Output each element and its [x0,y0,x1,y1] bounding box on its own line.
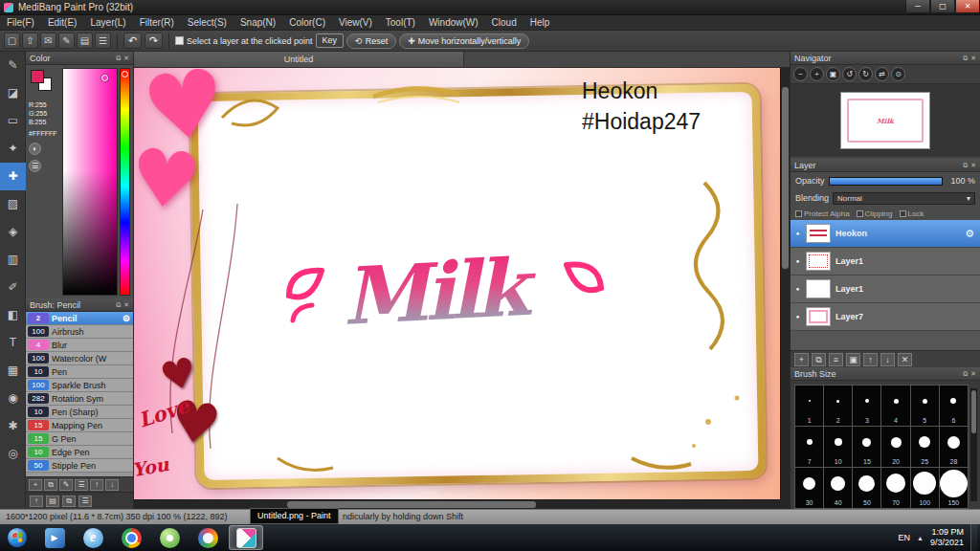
document-tab[interactable]: Untitled [134,52,464,67]
duplicate-layer-icon[interactable]: ⧉ [812,353,826,366]
blending-select[interactable]: Normal ▾ [833,192,975,205]
brush-size-option-70[interactable]: 70 [881,468,909,508]
brush-item-airbrush[interactable]: 100Airbrush [26,325,133,339]
select-pen-tool[interactable]: ✐ [0,274,26,301]
menu-item-snap[interactable]: Snap(N) [234,15,282,31]
minimize-button[interactable]: ─ [905,0,930,13]
select-tool[interactable]: ▭ [0,107,26,135]
close-icon[interactable]: ✕ [123,301,129,309]
taskbar-app-paint-app[interactable] [190,525,225,550]
taskbar-app-coccoc-browser[interactable] [152,525,187,550]
magic-wand-tool[interactable]: ✦ [0,135,26,163]
eyedropper-tool[interactable]: ◉ [0,385,26,412]
text-tool[interactable]: T [0,329,26,357]
menu-item-view[interactable]: View(V) [332,15,379,31]
brush-size-option-6[interactable]: 6 [940,386,968,426]
menu-item-window[interactable]: Window(W) [422,15,485,31]
redo-button[interactable]: ↷ [145,33,163,49]
flip-button[interactable]: ⇄ [875,67,889,81]
brush-item-edge-pen[interactable]: 10Edge Pen [26,446,133,459]
menu-item-select[interactable]: Select(S) [181,15,234,31]
maximize-button[interactable]: ▢ [930,0,955,13]
layer-visibility-dot[interactable]: ● [794,314,801,320]
layer-settings-icon[interactable]: ⚙ [965,228,974,240]
reset-view-button[interactable]: ⊙ [891,67,905,81]
brush-size-option-20[interactable]: 20 [881,427,909,467]
canvas-vertical-scrollbar[interactable] [780,68,790,499]
layer-visibility-dot[interactable]: ● [794,231,801,236]
menu-item-help[interactable]: Help [523,15,557,31]
zoom-in-button[interactable]: + [810,67,824,81]
layer-checkbox-protect-alpha[interactable]: Protect Alpha [795,209,850,218]
menu-item-cloud[interactable]: Cloud [485,15,523,31]
brush-menu-icon[interactable]: ☰ [75,479,88,491]
select-layer-checkbox[interactable] [175,36,184,45]
eraser-tool[interactable]: ◪ [0,79,26,107]
menu-item-layer[interactable]: Layer(L) [83,15,132,31]
popout-icon[interactable]: ⧉ [116,301,121,309]
brush-up-icon[interactable]: ↑ [90,479,103,491]
layer-visibility-dot[interactable]: ● [794,286,801,292]
menu-item-edit[interactable]: Edit(E) [41,15,84,31]
layer-item-heokon[interactable]: ●Heokon⚙ [791,220,980,248]
edit-brush-icon[interactable]: ✎ [59,479,73,491]
brush-size-option-30[interactable]: 30 [795,468,823,508]
key-chip[interactable]: Key [316,33,345,48]
pages-icon[interactable]: ⧉ [62,496,76,507]
opacity-slider[interactable] [829,177,943,186]
brush-size-option-40[interactable]: 40 [824,468,852,508]
panels-icon[interactable]: ☰ [95,33,111,49]
select-eraser-tool[interactable]: ◧ [0,301,26,329]
menu-item-tool[interactable]: Tool(T) [379,15,422,31]
close-icon[interactable]: ✕ [970,370,976,378]
brush-item-g-pen[interactable]: 15G Pen [26,432,133,446]
brush-size-scrollbar[interactable] [970,388,977,501]
brush-size-option-25[interactable]: 25 [911,427,939,467]
export-icon[interactable]: ⇧ [22,33,38,49]
brush-item-blur[interactable]: 4Blur [26,339,133,352]
brush-item-mapping-pen[interactable]: 15Mapping Pen [26,419,133,432]
layer-checkbox-clipping[interactable]: Clipping [857,209,893,218]
fit-window-button[interactable]: ▣ [826,67,840,81]
popout-icon[interactable]: ⧉ [963,55,968,62]
canvas-stage[interactable]: ♥ ♥ ♥ ♥ Milk Love You Heokon #Hoidap247 [134,68,780,499]
hue-cursor[interactable] [122,71,128,77]
pen-tool[interactable]: ✎ [0,52,26,79]
brush-item-watercolor-w[interactable]: 100Watercolor (W [26,352,133,365]
brush-size-option-3[interactable]: 3 [853,386,880,426]
color-sliders-icon[interactable]: ☰ [29,160,41,172]
brush-item-pen-sharp[interactable]: 10Pen (Sharp) [26,406,133,419]
brush-size-option-1[interactable]: 1 [795,386,823,426]
close-icon[interactable]: ✕ [970,162,976,169]
layer-item-layer7[interactable]: ●Layer7 [791,303,980,331]
move-mode-button[interactable]: ✚ Move horizontally/vertically [399,33,529,49]
popout-icon[interactable]: ⧉ [963,370,968,378]
merge-layer-icon[interactable]: ≡ [829,353,843,366]
pages-icon[interactable]: ▤ [77,33,93,49]
brush-size-option-100[interactable]: 100 [911,468,939,508]
navigator-thumbnail[interactable]: Milk [840,92,930,149]
brush-size-option-50[interactable]: 50 [853,468,880,508]
taskbar-app-internet-explorer[interactable]: e [76,525,110,550]
brush-item-pencil[interactable]: 2Pencil⚙ [26,312,133,325]
dock-menu-icon[interactable]: ☰ [78,496,92,507]
scrollbar-thumb[interactable] [287,501,536,508]
comment-icon[interactable]: ✉ [40,33,56,49]
scrollbar-thumb[interactable] [971,390,976,433]
rotate-left-button[interactable]: ↺ [842,67,857,81]
brush-size-option-28[interactable]: 28 [940,427,968,467]
brush-size-option-15[interactable]: 15 [853,427,880,467]
layer-visibility-dot[interactable]: ● [794,258,801,264]
brush-size-option-4[interactable]: 4 [881,386,909,426]
brush-item-stipple-pen[interactable]: 50Stipple Pen [26,459,133,473]
saturation-value-picker[interactable] [62,68,118,296]
reset-button[interactable]: ⟲ Reset [346,33,396,49]
add-layer-icon[interactable]: + [794,353,809,366]
brush-size-option-10[interactable]: 10 [824,427,852,467]
duplicate-brush-icon[interactable]: ⧉ [44,479,57,491]
menu-item-file[interactable]: File(F) [0,15,41,31]
brush-item-rotation-sym[interactable]: 282Rotation Sym [26,392,133,406]
menu-item-color[interactable]: Color(C) [282,15,332,31]
undo-button[interactable]: ↶ [123,33,142,49]
new-canvas-icon[interactable]: ▢ [4,33,20,49]
